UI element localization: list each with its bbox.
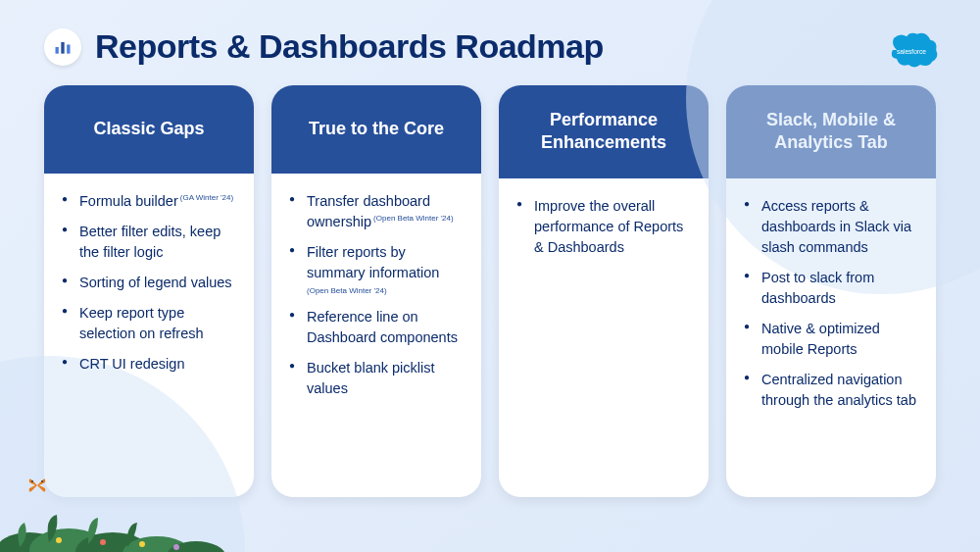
card-title: Classic Gaps	[44, 85, 254, 174]
item-text: Native & optimized mobile Reports	[761, 321, 880, 357]
card-body: Access reports & dashboards in Slack via…	[726, 178, 936, 438]
item-text: Transfer dashboard ownership	[307, 193, 430, 229]
list-item: Sorting of legend values	[62, 273, 236, 293]
list-item: Centralized navigation through the analy…	[744, 370, 918, 411]
item-text: Keep report type selection on refresh	[79, 305, 204, 341]
item-tag: (Open Beta Winter '24)	[307, 285, 464, 297]
svg-rect-0	[56, 47, 59, 54]
card-title: True to the Core	[271, 85, 481, 174]
svg-point-4	[31, 480, 33, 482]
list-item: Bucket blank picklist values	[289, 358, 464, 399]
svg-point-13	[139, 541, 145, 547]
item-text: Better filter edits, keep the filter log…	[79, 224, 220, 260]
list-item: Formula builder(GA Winter '24)	[62, 191, 236, 212]
item-text: Improve the overall performance of Repor…	[534, 198, 683, 255]
item-text: Centralized navigation through the analy…	[761, 372, 916, 408]
list-item: Keep report type selection on refresh	[62, 303, 236, 344]
item-tag: (Open Beta Winter '24)	[373, 214, 454, 223]
svg-point-12	[100, 539, 106, 545]
chart-icon	[44, 28, 81, 66]
svg-rect-1	[61, 42, 64, 54]
card-body: Improve the overall performance of Repor…	[499, 178, 709, 285]
svg-point-14	[173, 544, 179, 550]
salesforce-logo: salesforce	[882, 29, 941, 75]
item-text: Access reports & dashboards in Slack via…	[761, 198, 911, 255]
svg-rect-2	[67, 44, 70, 53]
list-item: Transfer dashboard ownership(Open Beta W…	[289, 191, 464, 232]
list-item: Reference line on Dashboard components	[289, 307, 464, 348]
card-true-to-core: True to the Core Transfer dashboard owne…	[271, 85, 481, 497]
item-text: Filter reports by summary information	[307, 244, 439, 280]
svg-point-11	[56, 537, 62, 543]
svg-point-5	[41, 480, 43, 482]
butterfly-icon	[27, 477, 47, 498]
page-title: Reports & Dashboards Roadmap	[95, 27, 604, 66]
list-item: Improve the overall performance of Repor…	[516, 196, 691, 258]
list-item: Access reports & dashboards in Slack via…	[744, 196, 918, 258]
item-text: Formula builder	[79, 193, 178, 209]
list-item: Native & optimized mobile Reports	[744, 319, 918, 360]
item-text: CRT UI redesign	[79, 356, 184, 372]
card-body: Transfer dashboard ownership(Open Beta W…	[271, 174, 481, 427]
card-body: Formula builder(GA Winter '24) Better fi…	[44, 174, 254, 402]
foliage-decoration	[0, 493, 255, 552]
item-text: Reference line on Dashboard components	[307, 309, 458, 345]
item-text: Bucket blank picklist values	[307, 360, 435, 396]
list-item: CRT UI redesign	[62, 354, 236, 375]
card-performance: Performance Enhancements Improve the ove…	[499, 85, 709, 497]
item-text: Post to slack from dashboards	[761, 270, 874, 306]
item-text: Sorting of legend values	[79, 275, 232, 290]
svg-text:salesforce: salesforce	[897, 48, 926, 55]
list-item: Filter reports by summary information(Op…	[289, 242, 464, 297]
item-tag: (GA Winter '24)	[180, 193, 233, 202]
card-title: Performance Enhancements	[499, 85, 709, 178]
list-item: Post to slack from dashboards	[744, 268, 918, 309]
list-item: Better filter edits, keep the filter log…	[62, 222, 236, 263]
